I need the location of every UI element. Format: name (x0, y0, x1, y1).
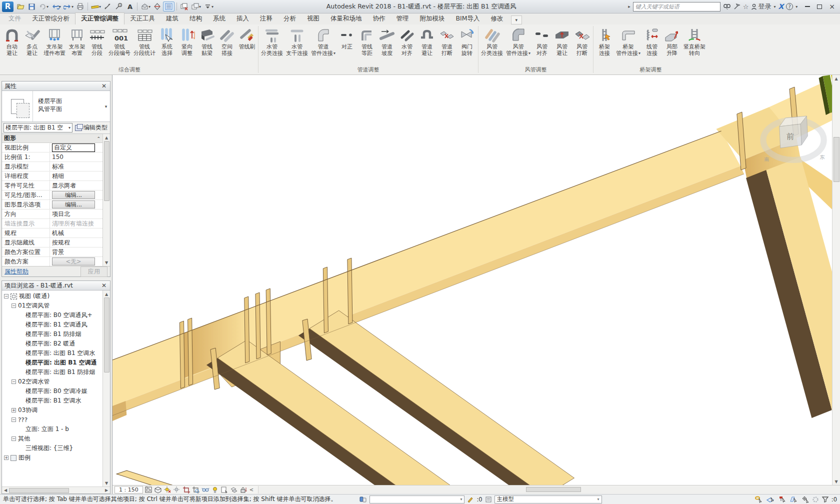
tab-7[interactable]: 插入 (231, 13, 254, 24)
exchange-apps-icon[interactable]: X (778, 2, 784, 10)
collapse-icon[interactable]: − (12, 418, 16, 422)
tree-item-2[interactable]: 楼层平面: B0 空调通风+ (2, 310, 102, 320)
ribbon-button-风管对齐[interactable]: 风管对齐 (532, 26, 552, 57)
reveal-hidden-icon[interactable] (211, 486, 220, 494)
scroll-up-icon[interactable]: ▲ (105, 290, 108, 298)
ribbon-button-管道避让[interactable]: 管道避让 (417, 26, 437, 57)
settings-gear-icon[interactable] (812, 496, 819, 503)
property-value[interactable]: 按规程 (52, 238, 70, 247)
tab-6[interactable]: 系统 (208, 13, 231, 24)
properties-close-icon[interactable]: ✕ (100, 82, 108, 90)
ribbon-button-管线等距[interactable]: 管线等距 (357, 26, 377, 57)
crop-view-icon[interactable] (182, 486, 191, 494)
ribbon-button-管线分段[interactable]: 管线分段 (87, 26, 107, 57)
scroll-down-icon[interactable]: ▼ (834, 478, 838, 485)
signin-dropdown-icon[interactable]: ▾ (774, 4, 776, 9)
expand-icon[interactable]: + (4, 456, 8, 460)
property-value[interactable]: 机械 (52, 229, 64, 238)
property-row-11[interactable]: 颜色方案位置背景 (2, 248, 102, 257)
scroll-down-icon[interactable]: ▼ (105, 480, 108, 486)
property-row-4[interactable]: 零件可见性显示两者 (2, 181, 102, 190)
close-hidden-windows-icon[interactable] (179, 2, 190, 11)
shadows-icon[interactable] (173, 486, 182, 494)
tree-item-11[interactable]: 楼层平面: B1 空调水 (2, 396, 102, 406)
property-value-input[interactable]: 自定义 (52, 144, 95, 152)
tree-item-1[interactable]: −01空调风管 (2, 301, 102, 310)
ribbon-button-水管对齐[interactable]: 水管对齐 (397, 26, 417, 57)
tab-3[interactable]: 天正工具 (124, 13, 160, 24)
property-row-12[interactable]: 颜色方案<无> (2, 257, 102, 266)
ribbon-button-局部升降[interactable]: 局部升降 (662, 26, 682, 57)
property-row-5[interactable]: 可见性/图形...编辑... (2, 190, 102, 200)
scroll-up-icon[interactable]: ▲ (105, 134, 108, 141)
signin-button[interactable]: 登录 (751, 2, 771, 11)
tab-13[interactable]: 管理 (391, 13, 414, 24)
tree-item-0[interactable]: −视图 (暖通) (2, 292, 102, 301)
ribbon-button-支吊架埋件布置[interactable]: 支吊架埋件布置 (42, 26, 67, 57)
ribbon-button-风管避让[interactable]: 风管避让 (552, 26, 572, 57)
restore-button[interactable] (817, 4, 822, 9)
tree-item-7[interactable]: 楼层平面: 出图 B1 空调通 (2, 358, 102, 368)
worksets-icon[interactable] (359, 496, 367, 503)
properties-help-link[interactable]: 属性帮助 (4, 268, 28, 276)
tree-item-5[interactable]: 楼层平面: B2 暖通 (2, 339, 102, 348)
type-selector[interactable]: 楼层平面 风管平面 ▾ (2, 91, 110, 122)
property-value[interactable]: 项目北 (52, 210, 70, 218)
close-button[interactable]: × (829, 2, 835, 10)
communication-center-icon[interactable] (734, 3, 740, 10)
type-selector-dropdown-icon[interactable]: ▾ (102, 91, 110, 122)
collapse-chevron-icon[interactable]: ⌃ (96, 136, 100, 141)
ribbon-button-风管分类连接[interactable]: 风管分类连接 (480, 26, 504, 57)
ribbon-button-桥架连接[interactable]: 桥架连接 (594, 26, 614, 57)
collapse-icon[interactable]: − (12, 436, 16, 441)
tree-item-9[interactable]: −02空调水管 (2, 377, 102, 386)
ribbon-button-管道管件连接[interactable]: 管道管件连接▾ (310, 26, 337, 57)
favorites-icon[interactable]: ☆ (743, 3, 749, 10)
save-icon[interactable] (26, 2, 37, 11)
sun-path-icon[interactable] (164, 486, 172, 494)
properties-section-graphics[interactable]: 图形⌃ (2, 134, 102, 143)
property-row-1[interactable]: 比例值 1:150 (2, 152, 102, 162)
reveal-constraints-icon[interactable] (240, 486, 248, 494)
ribbon-button-竖向调整[interactable]: 竖向调整 (177, 26, 197, 57)
default-3d-view-icon[interactable]: ▾ (140, 2, 152, 11)
scroll-up-icon[interactable]: ▲ (834, 75, 838, 82)
tab-1[interactable]: 天正管综分析 (26, 13, 75, 24)
scroll-right-icon[interactable]: ▶ (103, 488, 110, 492)
ribbon-button-系统选择[interactable]: 系统选择 (157, 26, 177, 57)
tab-15[interactable]: BIM导入 (450, 13, 486, 24)
tag-icon[interactable]: 1 (114, 2, 124, 11)
search-expand-icon[interactable]: ▸ (628, 4, 630, 9)
ribbon-button-竖直桥架转向[interactable]: 竖直桥架转向 (682, 26, 707, 57)
property-row-2[interactable]: 显示模型标准 (2, 162, 102, 172)
instance-selector[interactable]: 楼层平面: 出图 B1 空▾ (4, 123, 72, 132)
select-underlay-icon[interactable] (766, 496, 775, 503)
tree-item-6[interactable]: 楼层平面: 出图 B1 空调水 (2, 348, 102, 358)
property-row-10[interactable]: 显示隐藏线按规程 (2, 238, 102, 248)
tree-item-8[interactable]: 楼层平面: 出图 B1 防排烟 (2, 368, 102, 377)
select-pinned-icon[interactable] (778, 496, 786, 503)
dropdown-arrow-icon[interactable]: ▾ (334, 50, 336, 56)
tab-5[interactable]: 结构 (184, 13, 208, 24)
property-value[interactable]: 清理所有墙连接 (52, 220, 94, 228)
ribbon-button-多点避让[interactable]: 多点避让 (22, 26, 42, 57)
collapse-icon[interactable]: − (12, 304, 16, 308)
tab-2[interactable]: 天正管综调整 (75, 12, 124, 24)
select-links-icon[interactable] (754, 496, 764, 503)
design-options-icon[interactable] (485, 496, 492, 502)
tree-item-14[interactable]: 立面: 立面 1 - b (2, 424, 102, 434)
help-dropdown-icon[interactable]: ▾ (796, 4, 798, 9)
tab-8[interactable]: 注释 (254, 13, 278, 24)
minimize-button[interactable] (805, 6, 810, 7)
design-options-dropdown[interactable]: 主模型▾ (494, 496, 602, 504)
tab-10[interactable]: 视图 (302, 13, 325, 24)
tab-11[interactable]: 体量和场地 (325, 13, 368, 24)
ribbon-button-管道坡度[interactable]: 管道坡度 (377, 26, 397, 57)
scroll-down-icon[interactable]: ▼ (105, 259, 108, 266)
apply-button[interactable]: 应用 (80, 266, 108, 277)
ribbon-button-风管打断[interactable]: 风管打断 (572, 26, 592, 57)
property-row-0[interactable]: 视图比例自定义 (2, 143, 102, 152)
tab-14[interactable]: 附加模块 (414, 13, 450, 24)
canvas-hscrollbar[interactable] (258, 486, 840, 494)
editing-requests-icon[interactable] (467, 496, 474, 502)
